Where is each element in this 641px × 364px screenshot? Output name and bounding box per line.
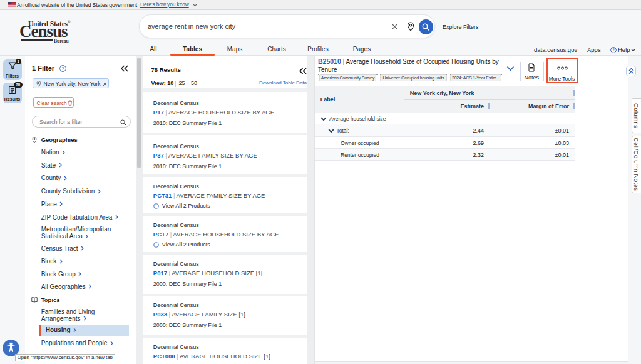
svg-text:?: ? (62, 66, 64, 71)
svg-text:?: ? (612, 48, 615, 52)
